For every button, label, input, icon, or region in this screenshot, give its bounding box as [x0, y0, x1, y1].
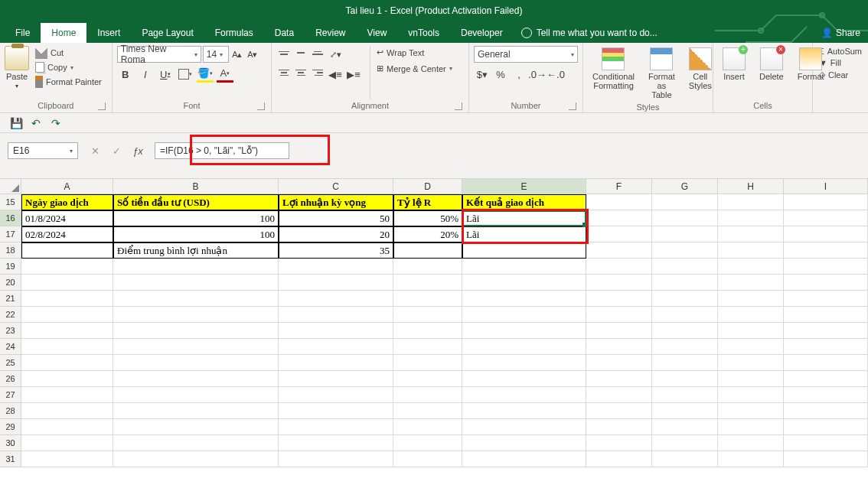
cell-F30[interactable] — [586, 435, 652, 451]
cell-H25[interactable] — [718, 355, 784, 371]
cancel-formula-button[interactable]: ✕ — [86, 143, 104, 158]
insert-cells-button[interactable]: +Insert — [718, 46, 750, 99]
cell-F15[interactable] — [586, 194, 652, 210]
orientation-button[interactable]: ⤢▾ — [327, 46, 344, 63]
cut-button[interactable]: Cut — [34, 46, 103, 60]
cell-D26[interactable] — [393, 371, 462, 387]
cell-F31[interactable] — [586, 451, 652, 467]
cell-F16[interactable] — [586, 210, 652, 226]
align-right-button[interactable] — [310, 66, 325, 80]
cell-E23[interactable] — [462, 323, 586, 339]
row-header-26[interactable]: 26 — [0, 371, 21, 387]
cell-D30[interactable] — [393, 435, 462, 451]
cell-I17[interactable] — [784, 226, 868, 242]
cell-F17[interactable] — [586, 226, 652, 242]
delete-cells-button[interactable]: ×Delete — [755, 46, 788, 99]
cell-I24[interactable] — [784, 339, 868, 355]
cell-B26[interactable] — [113, 371, 279, 387]
cell-C29[interactable] — [279, 419, 393, 435]
launcher-icon[interactable] — [569, 102, 576, 110]
worksheet-grid[interactable]: ABCDEFGHI 151617181920212223242526272829… — [0, 179, 868, 488]
autosum-button[interactable]: ΣAutoSum — [817, 46, 863, 57]
cell-B31[interactable] — [113, 451, 279, 467]
insert-function-button[interactable]: ƒx — [129, 143, 147, 158]
row-header-20[interactable]: 20 — [0, 275, 21, 291]
formula-input[interactable]: =IF(D16 > 0, "Lãi", "Lỗ") — [155, 142, 289, 159]
cell-D15[interactable]: Tỷ lệ R — [393, 194, 462, 210]
cell-C26[interactable] — [279, 371, 393, 387]
cell-D18[interactable] — [393, 242, 462, 259]
cell-I27[interactable] — [784, 387, 868, 403]
cell-D25[interactable] — [393, 355, 462, 371]
cell-I31[interactable] — [784, 451, 868, 467]
tab-file[interactable]: File — [5, 23, 41, 43]
cell-I20[interactable] — [784, 275, 868, 291]
cell-A15[interactable]: Ngày giao dịch — [21, 194, 113, 210]
row-header-29[interactable]: 29 — [0, 419, 21, 435]
cell-C16[interactable]: 50 — [279, 210, 393, 226]
cell-H15[interactable] — [718, 194, 784, 210]
cell-C31[interactable] — [279, 451, 393, 467]
cell-E18[interactable] — [462, 242, 586, 259]
cell-H18[interactable] — [718, 242, 784, 259]
format-as-table-button[interactable]: Format as Table — [644, 46, 680, 101]
cell-G18[interactable] — [652, 242, 718, 259]
cell-D24[interactable] — [393, 339, 462, 355]
cell-G26[interactable] — [652, 371, 718, 387]
cell-I25[interactable] — [784, 355, 868, 371]
cell-B24[interactable] — [113, 339, 279, 355]
cell-B20[interactable] — [113, 275, 279, 291]
align-left-button[interactable] — [276, 66, 292, 80]
cell-H24[interactable] — [718, 339, 784, 355]
cell-H28[interactable] — [718, 403, 784, 419]
cell-C18[interactable]: 35 — [279, 242, 393, 259]
cell-E25[interactable] — [462, 355, 586, 371]
cell-A27[interactable] — [21, 387, 113, 403]
undo-button[interactable]: ↶ — [29, 116, 43, 130]
cell-G17[interactable] — [652, 226, 718, 242]
fill-button[interactable]: ▼Fill — [817, 57, 863, 68]
cell-D17[interactable]: 20% — [393, 226, 462, 242]
comma-button[interactable]: , — [511, 66, 527, 83]
decrease-indent-button[interactable]: ◀≡ — [327, 66, 344, 83]
cell-H22[interactable] — [718, 307, 784, 323]
cell-C25[interactable] — [279, 355, 393, 371]
cell-F24[interactable] — [586, 339, 652, 355]
select-all-button[interactable] — [0, 179, 21, 194]
cell-E15[interactable]: Kết quả giao dịch — [462, 194, 586, 210]
cell-E21[interactable] — [462, 291, 586, 307]
col-header-A[interactable]: A — [21, 179, 113, 194]
col-header-I[interactable]: I — [784, 179, 868, 194]
cell-F28[interactable] — [586, 403, 652, 419]
cell-E27[interactable] — [462, 387, 586, 403]
row-header-30[interactable]: 30 — [0, 435, 21, 451]
increase-indent-button[interactable]: ▶≡ — [345, 66, 362, 83]
cell-A23[interactable] — [21, 323, 113, 339]
name-box[interactable]: E16▾ — [8, 142, 78, 159]
grow-font-button[interactable]: A▴ — [230, 47, 244, 61]
col-header-G[interactable]: G — [652, 179, 718, 194]
row-header-16[interactable]: 16 — [0, 210, 21, 226]
tab-vntools[interactable]: vnTools — [397, 23, 450, 43]
cell-A31[interactable] — [21, 451, 113, 467]
copy-button[interactable]: Copy▾ — [34, 61, 103, 73]
cell-F20[interactable] — [586, 275, 652, 291]
cell-B21[interactable] — [113, 291, 279, 307]
cell-C22[interactable] — [279, 307, 393, 323]
cell-B27[interactable] — [113, 387, 279, 403]
cell-I18[interactable] — [784, 242, 868, 259]
font-name-combo[interactable]: Times New Roma▾ — [117, 46, 201, 63]
cell-B17[interactable]: 100 — [113, 226, 279, 242]
cell-B15[interactable]: Số tiền đầu tư (USD) — [113, 194, 279, 210]
cell-E28[interactable] — [462, 403, 586, 419]
tab-page-layout[interactable]: Page Layout — [131, 23, 204, 43]
col-header-E[interactable]: E — [462, 179, 586, 194]
cell-G28[interactable] — [652, 403, 718, 419]
tab-insert[interactable]: Insert — [86, 23, 131, 43]
cell-G29[interactable] — [652, 419, 718, 435]
fill-color-button[interactable]: 🪣▾ — [197, 66, 214, 83]
cell-B23[interactable] — [113, 323, 279, 339]
bold-button[interactable]: B — [117, 66, 134, 83]
align-bottom-button[interactable] — [310, 46, 325, 60]
row-header-15[interactable]: 15 — [0, 194, 21, 210]
